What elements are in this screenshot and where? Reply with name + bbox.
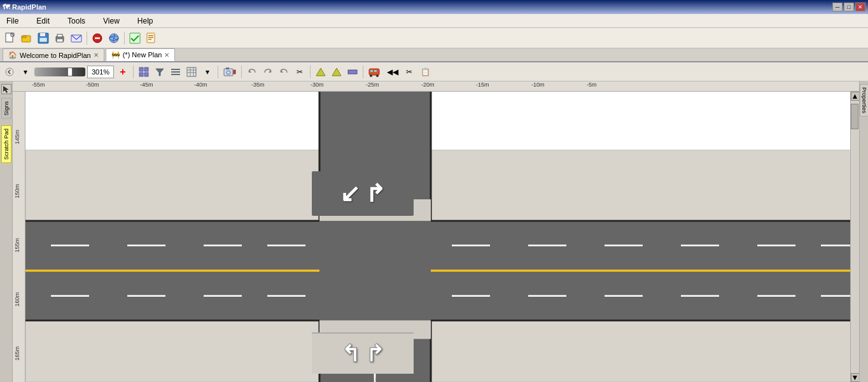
table-button[interactable] <box>185 65 199 79</box>
ruler-mark: -55m <box>32 81 45 88</box>
main-area: Signs Scratch Pad -55m -50m -45m -40m -3… <box>0 81 868 382</box>
cut-button[interactable]: ✂ <box>293 65 307 79</box>
ruler-mark: -20m <box>421 81 435 88</box>
map-button[interactable] <box>106 31 122 46</box>
grid-view-button[interactable] <box>137 65 151 79</box>
scroll-thumb-v[interactable] <box>851 104 858 129</box>
print-button[interactable] <box>52 31 67 46</box>
menu-help[interactable]: Help <box>134 15 157 27</box>
save-button[interactable] <box>36 31 51 46</box>
menu-tools[interactable]: Tools <box>64 15 89 27</box>
ruler-left: 145m 150m 155m 160m 165m <box>13 92 25 382</box>
ruler-mark: -45m <box>140 81 153 88</box>
sec-sep-3 <box>241 66 242 78</box>
report-button[interactable] <box>144 31 159 46</box>
properties-label[interactable]: Properties <box>860 84 869 117</box>
capture-button[interactable] <box>221 65 238 79</box>
tab-newplan-label: (*) New Plan <box>123 51 162 59</box>
ruler-mark-v: 150m <box>14 184 20 199</box>
ruler-mark-v: 165m <box>14 346 20 361</box>
nav-dropdown-button[interactable]: ▾ <box>18 65 32 79</box>
tab-newplan-icon: 🚧 <box>111 51 120 59</box>
scissors-button[interactable]: ✂ <box>402 65 416 79</box>
prev-button[interactable]: ◀◀ <box>385 65 400 79</box>
vertical-scrollbar[interactable]: ▲ ▼ <box>850 92 859 382</box>
minimize-button[interactable]: ─ <box>832 3 843 11</box>
turn-arrow-left-top: ↙ <box>340 180 360 208</box>
svg-rect-51 <box>431 150 859 221</box>
filter-button[interactable] <box>153 65 167 79</box>
scratch-pad-label[interactable]: Scratch Pad <box>1 125 11 163</box>
ruler-mark: -15m <box>476 81 489 88</box>
zoom-in-button[interactable]: + <box>116 65 130 79</box>
bar-button[interactable] <box>346 65 360 79</box>
tab-bar: 🏠 Welcome to RapidPlan ✕ 🚧 (*) New Plan … <box>0 48 868 62</box>
email-button[interactable] <box>69 31 84 46</box>
open-button[interactable] <box>19 31 34 46</box>
road-svg: ↙ ↱ ↰ ↱ <box>25 92 859 382</box>
stop-button[interactable] <box>90 31 105 46</box>
turn-arrow-left-bottom: ↰ <box>341 341 360 367</box>
ruler-mark: -35m <box>251 81 265 88</box>
signs-panel-label[interactable]: Signs <box>1 98 11 119</box>
scroll-up-button[interactable]: ▲ <box>851 92 860 101</box>
ruler-mark-v: 155m <box>14 238 20 253</box>
svg-point-47 <box>370 74 372 77</box>
undo-button[interactable] <box>245 65 259 79</box>
title-bar: 🗺 RapidPlan ─ □ ✕ <box>0 0 868 14</box>
right-properties-panel[interactable]: Properties <box>859 81 868 382</box>
tab-welcome-label: Welcome to RapidPlan <box>20 52 91 59</box>
list-button[interactable] <box>169 65 183 79</box>
redo-button[interactable] <box>261 65 275 79</box>
svg-rect-22 <box>144 67 148 71</box>
svg-rect-50 <box>25 150 319 221</box>
svg-marker-49 <box>3 86 9 93</box>
maximize-button[interactable]: □ <box>844 3 854 11</box>
scroll-track <box>851 101 859 373</box>
ruler-mark-v: 145m <box>14 130 20 145</box>
svg-marker-41 <box>316 68 325 76</box>
ruler-mark-v: 160m <box>14 292 20 307</box>
tab-welcome-close[interactable]: ✕ <box>94 52 99 59</box>
nav-back-button[interactable] <box>3 65 17 79</box>
menu-file[interactable]: File <box>3 15 22 27</box>
zoom-slider[interactable] <box>34 67 85 76</box>
zoom-thumb[interactable] <box>67 67 73 76</box>
tab-newplan[interactable]: 🚧 (*) New Plan ✕ <box>106 48 176 61</box>
svg-rect-26 <box>171 69 180 70</box>
svg-rect-23 <box>139 73 143 76</box>
svg-marker-42 <box>332 68 341 76</box>
close-button[interactable]: ✕ <box>855 3 865 11</box>
clipboard-button[interactable]: 📋 <box>418 65 432 79</box>
pointer-tool[interactable] <box>1 84 11 94</box>
new-button[interactable] <box>3 31 18 46</box>
road-canvas[interactable]: ↙ ↱ ↰ ↱ ↙ ↱ ↰ ↱ <box>25 92 859 382</box>
svg-rect-5 <box>40 33 45 36</box>
svg-rect-9 <box>57 39 63 42</box>
canvas-area: -55m -50m -45m -40m -35m -30m -25m -20m … <box>13 81 859 382</box>
tab-welcome[interactable]: 🏠 Welcome to RapidPlan ✕ <box>3 48 104 61</box>
svg-rect-24 <box>144 73 148 76</box>
triangle1-button[interactable] <box>314 65 328 79</box>
bus-button[interactable] <box>367 65 383 79</box>
svg-rect-6 <box>39 38 47 42</box>
sec-sep-5 <box>363 66 363 78</box>
more-button[interactable]: ▾ <box>200 65 214 79</box>
ruler-mark: -30m <box>311 81 324 88</box>
svg-rect-17 <box>148 35 153 36</box>
svg-rect-28 <box>171 74 180 75</box>
ruler-mark: -10m <box>531 81 545 88</box>
svg-rect-29 <box>187 67 196 76</box>
check-button[interactable] <box>127 31 143 46</box>
tab-newplan-close[interactable]: ✕ <box>164 52 169 59</box>
svg-rect-45 <box>370 70 373 72</box>
triangle2-button[interactable] <box>330 65 344 79</box>
ruler-mark: -25m <box>366 81 379 88</box>
title-bar-controls: ─ □ ✕ <box>832 3 865 11</box>
menu-view[interactable]: View <box>99 15 123 27</box>
undo2-button[interactable] <box>277 65 291 79</box>
svg-rect-43 <box>348 70 357 74</box>
turn-arrow-right-top: ↱ <box>365 180 386 208</box>
menu-edit[interactable]: Edit <box>32 15 53 27</box>
scroll-down-button[interactable]: ▼ <box>851 373 860 382</box>
